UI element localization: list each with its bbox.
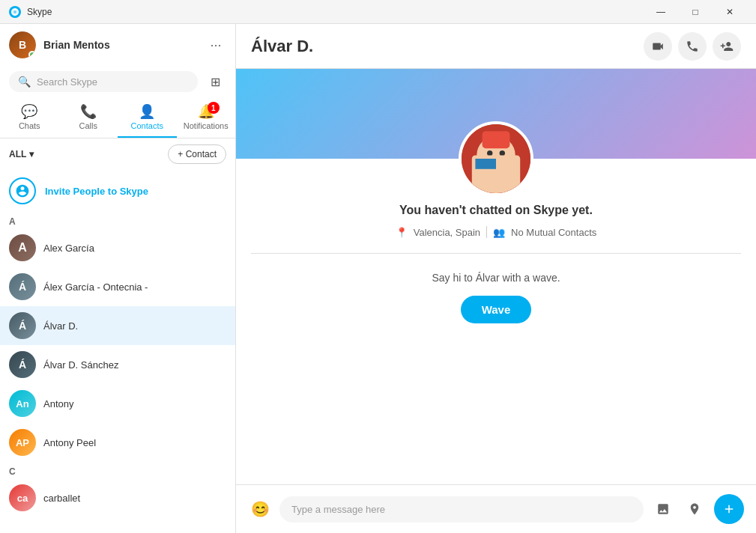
tab-chats[interactable]: 💬 Chats	[0, 97, 59, 138]
sidebar: B Brian Mentos ··· 🔍 ⊞ 💬 Chats 📞 Calls	[0, 24, 236, 533]
chat-body: You haven't chatted on Skype yet. 📍 Vale…	[236, 159, 756, 484]
section-letter-c: C	[0, 462, 235, 478]
notification-badge: 1	[208, 102, 220, 114]
app-title: Skype	[27, 7, 52, 17]
avatar: AP	[9, 429, 36, 456]
contact-name: Antony Peel	[43, 437, 96, 448]
chevron-down-icon: ▾	[29, 149, 34, 159]
emoji-button[interactable]: 😊	[248, 497, 272, 521]
contact-item-alvar-d[interactable]: Á Álvar D.	[0, 306, 235, 345]
invite-item[interactable]: Invite People to Skype	[0, 170, 235, 212]
svg-rect-2	[483, 131, 510, 148]
contact-name: Álvar D.	[43, 320, 78, 332]
contact-item-antony[interactable]: An Antony	[0, 384, 235, 423]
tab-notifications[interactable]: 🔔 Notifications 1	[177, 97, 236, 138]
message-input-area: 😊	[236, 484, 756, 533]
svg-rect-6	[475, 159, 496, 169]
info-divider	[486, 226, 487, 238]
invite-label: Invite People to Skype	[45, 186, 148, 197]
search-input[interactable]	[37, 76, 189, 88]
location-icon: 📍	[396, 227, 408, 238]
contacts-icon: 👤	[139, 103, 155, 120]
title-bar: Skype — □ ✕	[0, 0, 756, 24]
media-button[interactable]	[651, 497, 675, 521]
add-contact-header-button[interactable]	[713, 32, 741, 61]
wave-prompt: Say hi to Álvar with a wave.	[432, 272, 560, 284]
title-bar-left: Skype	[9, 6, 52, 18]
tab-contacts[interactable]: 👤 Contacts	[118, 97, 177, 138]
search-area: 🔍 ⊞	[0, 66, 235, 97]
contact-name: Álex García - Ontecnia -	[43, 281, 148, 293]
avatar: Á	[9, 273, 36, 300]
calls-icon: 📞	[80, 103, 97, 120]
nav-tabs: 💬 Chats 📞 Calls 👤 Contacts 🔔 Notificatio…	[0, 97, 235, 138]
contact-item-alvar-d-sanchez[interactable]: Á Álvar D. Sánchez	[0, 345, 235, 384]
avatar: An	[9, 390, 36, 417]
tab-calls[interactable]: 📞 Calls	[59, 97, 118, 138]
more-options-button[interactable]: ···	[205, 34, 226, 55]
filter-label[interactable]: ALL ▾	[9, 149, 34, 159]
video-call-button[interactable]	[644, 32, 672, 61]
search-icon: 🔍	[18, 76, 31, 88]
location-button[interactable]	[683, 497, 707, 521]
contact-item-alex-garcia[interactable]: A Alex García	[0, 228, 235, 267]
main-layout: B Brian Mentos ··· 🔍 ⊞ 💬 Chats 📞 Calls	[0, 24, 756, 533]
right-panel: Álvar D.	[236, 24, 756, 533]
mutual-contacts-icon: 👥	[493, 227, 505, 238]
no-messages-text: You haven't chatted on Skype yet.	[399, 204, 593, 217]
search-wrap: 🔍	[9, 71, 198, 92]
user-profile: B Brian Mentos ···	[0, 24, 235, 66]
minimize-button[interactable]: —	[644, 0, 678, 24]
chat-divider	[251, 253, 741, 254]
chat-header: Álvar D.	[236, 24, 756, 69]
avatar: A	[9, 234, 36, 261]
chat-info: 📍 Valencia, Spain 👥 No Mutual Contacts	[396, 226, 597, 238]
location-text: Valencia, Spain	[414, 227, 480, 238]
chat-title: Álvar D.	[251, 37, 644, 56]
contact-item-carballet[interactable]: ca carballet	[0, 478, 235, 517]
grid-button[interactable]: ⊞	[204, 70, 226, 93]
avatar: Á	[9, 312, 36, 339]
contact-name: carballet	[43, 493, 80, 504]
window-controls: — □ ✕	[644, 0, 747, 24]
section-letter-a: A	[0, 212, 235, 228]
contact-item-antony-peel[interactable]: AP Antony Peel	[0, 423, 235, 462]
contacts-list: Invite People to Skype A A Alex García Á…	[0, 170, 235, 533]
mutual-contacts-text: No Mutual Contacts	[511, 227, 596, 238]
add-contact-button[interactable]: + Contact	[168, 144, 226, 164]
user-name: Brian Mentos	[43, 39, 198, 51]
svg-point-3	[487, 150, 492, 156]
maximize-button[interactable]: □	[678, 0, 713, 24]
contacts-filter: ALL ▾ + Contact	[0, 138, 235, 170]
header-actions	[644, 32, 741, 61]
chats-icon: 💬	[21, 103, 37, 120]
contact-name: Alex García	[43, 243, 94, 254]
svg-point-4	[500, 150, 505, 156]
contact-name: Antony	[43, 398, 73, 409]
contact-name: Álvar D. Sánchez	[43, 359, 118, 371]
contact-item-alex-garcia-ontecnia[interactable]: Á Álex García - Ontecnia -	[0, 267, 235, 306]
wave-button[interactable]: Wave	[461, 296, 532, 323]
profile-banner	[236, 69, 756, 159]
message-input[interactable]	[279, 496, 644, 523]
skype-icon	[9, 6, 21, 18]
invite-icon	[9, 177, 36, 204]
user-avatar[interactable]: B	[9, 31, 36, 58]
send-button[interactable]	[714, 494, 744, 524]
avatar: ca	[9, 484, 36, 511]
avatar: Á	[9, 351, 36, 378]
audio-call-button[interactable]	[678, 32, 707, 61]
profile-avatar-image	[462, 124, 530, 193]
profile-avatar	[459, 121, 533, 196]
close-button[interactable]: ✕	[713, 0, 747, 24]
online-status-dot	[28, 51, 36, 58]
